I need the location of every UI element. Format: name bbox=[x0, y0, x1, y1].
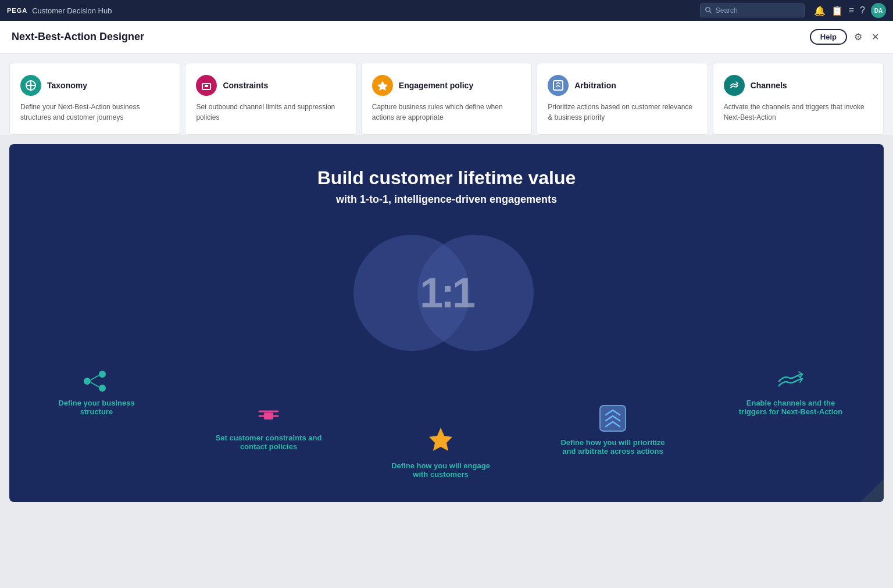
taxonomy-title: Taxonomy bbox=[47, 81, 87, 90]
taxonomy-card[interactable]: Taxonomy Define your Next-Best-Action bu… bbox=[9, 63, 180, 135]
svg-point-11 bbox=[99, 371, 106, 378]
nav-icons: 🔔 📋 ≡ ? DA bbox=[814, 3, 886, 18]
search-bar[interactable] bbox=[700, 3, 805, 17]
engagement-hero-label: Define how you will engage with customer… bbox=[388, 461, 493, 479]
avatar[interactable]: DA bbox=[871, 3, 886, 18]
hero-channels-icon bbox=[776, 368, 806, 394]
taxonomy-desc: Define your Next-Best-Action business st… bbox=[20, 102, 169, 123]
settings-button[interactable]: ⚙ bbox=[852, 29, 865, 45]
channels-icon bbox=[724, 75, 745, 96]
hero-items-row: Define your business structure Set custo… bbox=[21, 368, 872, 479]
search-icon bbox=[705, 7, 712, 14]
channels-title: Channels bbox=[751, 81, 787, 90]
svg-marker-18 bbox=[429, 428, 452, 451]
channels-hero-label: Enable channels and the triggers for Nex… bbox=[733, 399, 849, 416]
svg-rect-17 bbox=[264, 413, 273, 420]
arbitration-card-header: Arbitration bbox=[548, 75, 696, 96]
arbitration-desc: Prioritize actions based on customer rel… bbox=[548, 102, 696, 123]
constraints-desc: Set outbound channel limits and suppress… bbox=[196, 102, 345, 123]
arbitration-hero-label: Define how you will prioritize and arbit… bbox=[555, 438, 671, 456]
menu-icon[interactable]: ≡ bbox=[849, 5, 854, 16]
svg-marker-8 bbox=[377, 81, 388, 91]
channels-desc: Activate the channels and triggers that … bbox=[724, 102, 873, 123]
hero-item-channels[interactable]: Enable channels and the triggers for Nex… bbox=[733, 368, 849, 416]
arbitration-card[interactable]: Arbitration Prioritize actions based on … bbox=[537, 63, 708, 135]
search-input[interactable] bbox=[716, 6, 797, 15]
svg-line-1 bbox=[709, 12, 711, 13]
close-button[interactable]: ✕ bbox=[869, 29, 881, 45]
header-actions: Help ⚙ ✕ bbox=[810, 29, 881, 45]
brand-logo: PEGA bbox=[7, 7, 27, 14]
page-title: Next-Best-Action Designer bbox=[12, 31, 810, 43]
hero-title: Build customer lifetime value bbox=[21, 167, 872, 189]
help-button[interactable]: Help bbox=[810, 29, 847, 45]
constraints-hero-label: Set customer constraints and contact pol… bbox=[210, 433, 327, 451]
svg-line-13 bbox=[91, 375, 99, 380]
svg-point-10 bbox=[84, 378, 91, 385]
engagement-icon bbox=[372, 75, 393, 96]
business-structure-icon bbox=[81, 368, 112, 394]
arbitration-title: Arbitration bbox=[574, 81, 616, 90]
hero-subtitle: with 1-to-1, intelligence-driven engagem… bbox=[21, 193, 872, 206]
taxonomy-card-header: Taxonomy bbox=[20, 75, 169, 96]
engagement-card[interactable]: Engagement policy Capture business rules… bbox=[361, 63, 532, 135]
top-navigation: PEGA Customer Decision Hub 🔔 📋 ≡ ? DA bbox=[0, 0, 893, 21]
page-header: Next-Best-Action Designer Help ⚙ ✕ bbox=[0, 21, 893, 53]
constraints-title: Constraints bbox=[223, 81, 268, 90]
venn-diagram: 1:1 bbox=[353, 229, 540, 357]
app-name: Customer Decision Hub bbox=[32, 6, 112, 15]
corner-decoration bbox=[860, 479, 884, 502]
business-structure-label: Define your business structure bbox=[44, 399, 149, 416]
hero-item-arbitration[interactable]: Define how you will prioritize and arbit… bbox=[555, 403, 671, 456]
svg-point-0 bbox=[706, 8, 710, 12]
svg-point-12 bbox=[99, 385, 106, 392]
channels-card[interactable]: Channels Activate the channels and trigg… bbox=[713, 63, 884, 135]
constraints-card[interactable]: Constraints Set outbound channel limits … bbox=[185, 63, 356, 135]
engagement-card-header: Engagement policy bbox=[372, 75, 521, 96]
hero-item-constraints[interactable]: Set customer constraints and contact pol… bbox=[210, 403, 327, 451]
constraints-card-header: Constraints bbox=[196, 75, 345, 96]
channels-card-header: Channels bbox=[724, 75, 873, 96]
hero-arbitration-icon bbox=[598, 403, 628, 433]
hero-engagement-icon bbox=[429, 426, 452, 457]
engagement-desc: Capture business rules which define when… bbox=[372, 102, 521, 123]
engagement-title: Engagement policy bbox=[399, 81, 473, 90]
hero-item-engagement[interactable]: Define how you will engage with customer… bbox=[388, 426, 493, 479]
taxonomy-icon bbox=[20, 75, 41, 96]
venn-text: 1:1 bbox=[353, 269, 540, 317]
arbitration-icon bbox=[548, 75, 569, 96]
cards-container: Taxonomy Define your Next-Best-Action bu… bbox=[0, 53, 893, 135]
svg-line-14 bbox=[91, 382, 99, 387]
help-icon[interactable]: ? bbox=[860, 5, 865, 16]
hero-constraints-icon bbox=[255, 403, 283, 429]
notification-icon[interactable]: 🔔 bbox=[814, 5, 826, 16]
constraints-icon bbox=[196, 75, 217, 96]
bookmark-icon[interactable]: 📋 bbox=[831, 5, 843, 16]
hero-section: Build customer lifetime value with 1-to-… bbox=[9, 144, 884, 502]
hero-item-business-structure[interactable]: Define your business structure bbox=[44, 368, 149, 416]
svg-point-5 bbox=[30, 84, 32, 87]
svg-rect-7 bbox=[205, 85, 208, 87]
